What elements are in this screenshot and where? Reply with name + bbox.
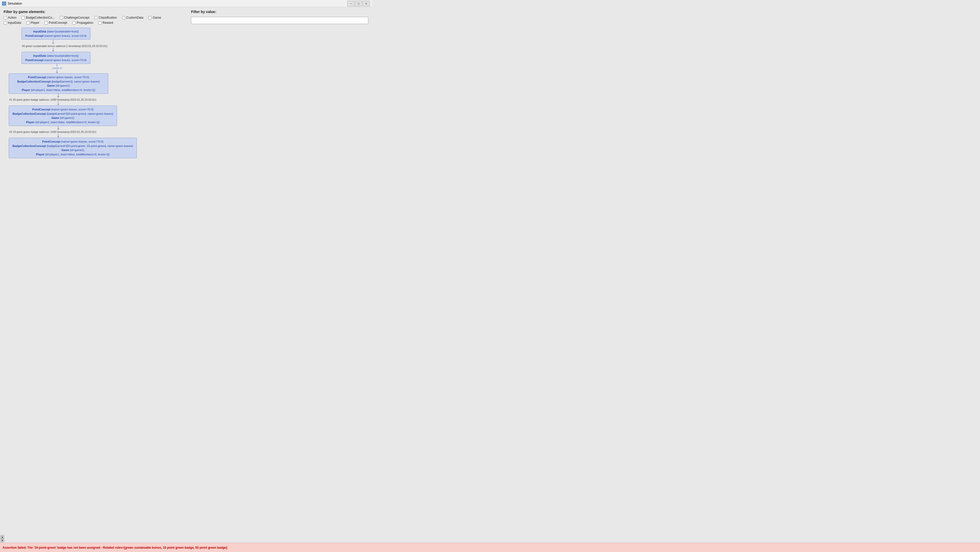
- app-icon: S: [2, 2, 6, 6]
- node-2-line-3: Game {id=game1}: [13, 84, 105, 88]
- node-2-line-2: BadgeCollectionConcept {badgeEarned=[], …: [13, 80, 105, 84]
- filter-value-input[interactable]: [191, 17, 368, 24]
- svg-text:S: S: [3, 3, 5, 5]
- node-3-line-4: Player {id=player1, team=false, totalMem…: [13, 120, 113, 124]
- node-4-line-3: Game {id=game1}: [13, 148, 133, 152]
- checkbox-challenge-label: ChallengeConcept: [64, 16, 89, 19]
- checkbox-classification-input[interactable]: [94, 16, 98, 19]
- filter-section: Filter by game elements: Action BadgeCol…: [3, 10, 368, 24]
- node-3-line-3: Game {id=game1}: [13, 116, 113, 120]
- checkbox-classification-label: Classification: [99, 16, 117, 19]
- checkbox-player-input[interactable]: [26, 21, 30, 24]
- step-label-1: #1 50 point green badge salience:-1000 t…: [9, 98, 97, 101]
- node-0: InputData {data={sustainable=true}} Poin…: [21, 27, 91, 40]
- main-content: Filter by game elements: Action BadgeCol…: [0, 7, 372, 203]
- node-4-line-4: Player {id=player1, team=false, totalMem…: [13, 152, 133, 157]
- checkbox-player-label: Player: [31, 21, 39, 24]
- arrow-0: [52, 40, 54, 44]
- checkbox-game-input[interactable]: [148, 16, 152, 19]
- checkbox-action[interactable]: Action: [3, 16, 16, 19]
- leads-to-arrow: Leads to: [52, 64, 62, 73]
- checkbox-customdata-label: CustomData: [126, 16, 143, 19]
- node-4-line-1: PointConcept {name=green leaves, score=7…: [13, 140, 133, 144]
- checkbox-action-input[interactable]: [3, 16, 7, 19]
- checkbox-action-label: Action: [8, 16, 16, 19]
- node-1-line-1: InputData {data={sustainable=true}}: [25, 54, 87, 58]
- node-0-line-1: InputData {data={sustainable=true}}: [25, 29, 87, 34]
- node-0-line-2: PointConcept {name=green leaves, score=1…: [25, 34, 87, 38]
- title-bar-controls: − □ ×: [347, 1, 370, 6]
- node-4-line-2: BadgeCollectionConcept {badgeEarned=[50-…: [13, 144, 133, 148]
- filter-right-title: Filter by value:: [191, 10, 368, 14]
- checkbox-badge-input[interactable]: [21, 16, 25, 19]
- checkbox-pointconcept-input[interactable]: [45, 21, 48, 24]
- maximize-button[interactable]: □: [355, 1, 362, 6]
- checkbox-game[interactable]: Game: [148, 16, 161, 19]
- filter-right: Filter by value:: [191, 10, 368, 24]
- title-bar-left: S Simulation: [2, 2, 22, 6]
- checkbox-inputdata-input[interactable]: [3, 21, 7, 24]
- checkbox-pointconcept-label: PointConcept: [49, 21, 67, 24]
- node-2-line-4: Player {id=player1, team=false, totalMem…: [13, 88, 105, 92]
- arrow-2: [57, 126, 59, 130]
- checkbox-propagation[interactable]: Propagation: [72, 21, 93, 24]
- node-2: PointConcept {name=green leaves, score=7…: [9, 73, 108, 94]
- step-label-0: #0 green sustainable bonus salience:1 ti…: [21, 45, 108, 48]
- close-button[interactable]: ×: [363, 1, 370, 6]
- checkbox-game-label: Game: [153, 16, 161, 19]
- checkbox-propagation-input[interactable]: [72, 21, 76, 24]
- arrow-1: [57, 94, 59, 98]
- filter-left: Filter by game elements: Action BadgeCol…: [3, 10, 181, 24]
- checkbox-reward[interactable]: Reward: [98, 21, 113, 24]
- node-3-line-2: BadgeCollectionConcept {badgeEarned=[50-…: [13, 112, 113, 116]
- checkboxes-container: Action BadgeCollectionCo... ChallengeCon…: [3, 16, 181, 24]
- checkbox-reward-input[interactable]: [98, 21, 102, 24]
- app-title: Simulation: [8, 2, 22, 5]
- node-4: PointConcept {name=green leaves, score=7…: [9, 138, 137, 158]
- checkbox-badge[interactable]: BadgeCollectionCo...: [21, 16, 55, 19]
- filter-left-title: Filter by game elements:: [3, 10, 181, 14]
- diagram-area: InputData {data={sustainable=true}} Poin…: [3, 27, 368, 158]
- checkbox-reward-label: Reward: [103, 21, 113, 24]
- node-3: PointConcept {name=green leaves, score=7…: [9, 105, 117, 126]
- checkbox-player[interactable]: Player: [26, 21, 39, 24]
- node-3-line-1: PointConcept {name=green leaves, score=7…: [13, 107, 113, 112]
- checkbox-challenge-input[interactable]: [60, 16, 63, 19]
- checkbox-inputdata-label: InputData: [8, 21, 21, 24]
- node-1-line-2: PointConcept {name=green leaves, score=7…: [25, 58, 87, 62]
- checkbox-propagation-label: Propagation: [76, 21, 93, 24]
- step-label-2: #2 10 point green badge salience:-1000 t…: [9, 130, 97, 133]
- title-bar: S Simulation − □ ×: [0, 0, 372, 7]
- checkbox-inputdata[interactable]: InputData: [3, 21, 21, 24]
- arrow-1b: [57, 102, 59, 105]
- checkbox-badge-label: BadgeCollectionCo...: [26, 16, 55, 19]
- arrow-0b: [52, 48, 54, 52]
- checkbox-pointconcept[interactable]: PointConcept: [45, 21, 67, 24]
- checkbox-customdata[interactable]: CustomData: [122, 16, 143, 19]
- checkbox-challenge[interactable]: ChallengeConcept: [60, 16, 89, 19]
- arrow-2b: [57, 134, 59, 138]
- checkbox-customdata-input[interactable]: [122, 16, 126, 19]
- node-1: InputData {data={sustainable=true}} Poin…: [21, 52, 91, 64]
- minimize-button[interactable]: −: [347, 1, 355, 6]
- checkbox-classification[interactable]: Classification: [94, 16, 117, 19]
- node-2-line-1: PointConcept {name=green leaves, score=7…: [13, 75, 105, 80]
